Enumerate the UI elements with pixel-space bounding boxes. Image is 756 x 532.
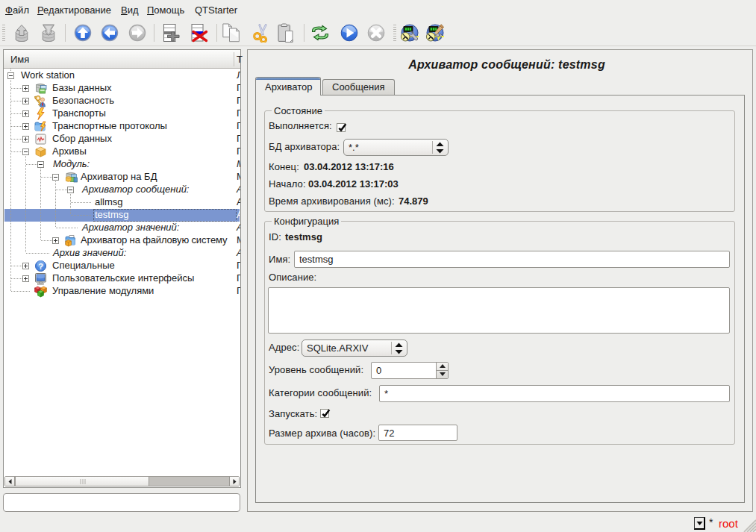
svg-text:?: ? [38, 262, 43, 271]
